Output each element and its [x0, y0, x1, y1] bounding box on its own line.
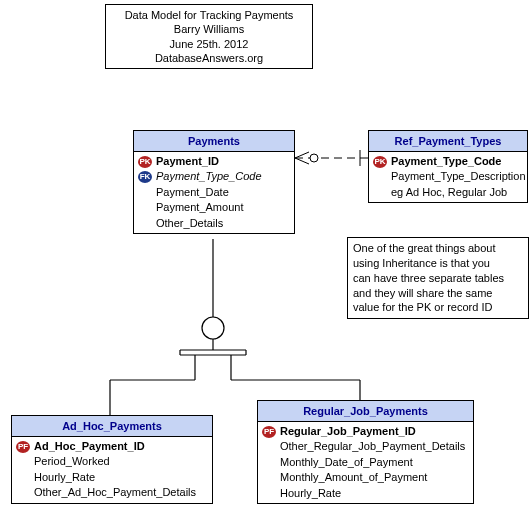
entity-title: Ad_Hoc_Payments	[12, 416, 212, 437]
header-line: Data Model for Tracking Payments	[114, 8, 304, 22]
note-line: using Inheritance is that you	[353, 256, 523, 271]
attr-name: Other_Ad_Hoc_Payment_Details	[34, 485, 196, 500]
entity-ref-payment-types: Ref_Payment_Types PKPayment_Type_Code Pa…	[368, 130, 528, 203]
svg-line-1	[295, 152, 309, 158]
attr-row: Other_Details	[138, 216, 290, 231]
attr-name: Monthly_Amount_of_Payment	[280, 470, 427, 485]
attr-row: Hourly_Rate	[16, 470, 208, 485]
attr-name: Other_Regular_Job_Payment_Details	[280, 439, 465, 454]
attr-row: Payment_Date	[138, 185, 290, 200]
attr-name: eg Ad Hoc, Regular Job	[391, 185, 507, 200]
entity-body: PFRegular_Job_Payment_ID Other_Regular_J…	[258, 422, 473, 503]
svg-point-6	[202, 317, 224, 339]
inheritance-note: One of the great things about using Inhe…	[347, 237, 529, 319]
attr-row: PFAd_Hoc_Payment_ID	[16, 439, 208, 454]
attr-name: Period_Worked	[34, 454, 110, 469]
entity-title: Ref_Payment_Types	[369, 131, 527, 152]
entity-body: PKPayment_ID FKPayment_Type_Code Payment…	[134, 152, 294, 233]
attr-name: Monthly_Date_of_Payment	[280, 455, 413, 470]
attr-row: FKPayment_Type_Code	[138, 169, 290, 184]
note-line: value for the PK or record ID	[353, 300, 523, 315]
entity-regular-job-payments: Regular_Job_Payments PFRegular_Job_Payme…	[257, 400, 474, 504]
entity-payments: Payments PKPayment_ID FKPayment_Type_Cod…	[133, 130, 295, 234]
entity-body: PKPayment_Type_Code Payment_Type_Descrip…	[369, 152, 527, 202]
entity-title: Payments	[134, 131, 294, 152]
attr-name: Other_Details	[156, 216, 223, 231]
attr-name: Ad_Hoc_Payment_ID	[34, 439, 145, 454]
attr-name: Payment_Date	[156, 185, 229, 200]
pf-icon: PF	[262, 426, 276, 438]
attr-name: Payment_Amount	[156, 200, 243, 215]
header-line: Barry Williams	[114, 22, 304, 36]
note-line: and they will share the same	[353, 286, 523, 301]
pk-icon: PK	[138, 156, 152, 168]
attr-name: Payment_ID	[156, 154, 219, 169]
attr-name: Regular_Job_Payment_ID	[280, 424, 416, 439]
entity-title: Regular_Job_Payments	[258, 401, 473, 422]
note-line: can have three separate tables	[353, 271, 523, 286]
svg-point-3	[310, 154, 318, 162]
attr-row: Payment_Type_Description	[373, 169, 523, 184]
attr-row: Other_Ad_Hoc_Payment_Details	[16, 485, 208, 500]
attr-name: Hourly_Rate	[280, 486, 341, 501]
attr-row: PKPayment_Type_Code	[373, 154, 523, 169]
note-line: One of the great things about	[353, 241, 523, 256]
pf-icon: PF	[16, 441, 30, 453]
attr-row: Period_Worked	[16, 454, 208, 469]
attr-row: PFRegular_Job_Payment_ID	[262, 424, 469, 439]
attr-row: Hourly_Rate	[262, 486, 469, 501]
diagram-header: Data Model for Tracking Payments Barry W…	[105, 4, 313, 69]
attr-name: Payment_Type_Description	[391, 169, 526, 184]
attr-row: Other_Regular_Job_Payment_Details	[262, 439, 469, 454]
header-line: June 25th. 2012	[114, 37, 304, 51]
attr-row: Payment_Amount	[138, 200, 290, 215]
attr-name: Payment_Type_Code	[156, 169, 262, 184]
pk-icon: PK	[373, 156, 387, 168]
attr-row: eg Ad Hoc, Regular Job	[373, 185, 523, 200]
header-line: DatabaseAnswers.org	[114, 51, 304, 65]
entity-ad-hoc-payments: Ad_Hoc_Payments PFAd_Hoc_Payment_ID Peri…	[11, 415, 213, 504]
entity-body: PFAd_Hoc_Payment_ID Period_Worked Hourly…	[12, 437, 212, 503]
attr-row: PKPayment_ID	[138, 154, 290, 169]
attr-name: Payment_Type_Code	[391, 154, 501, 169]
fk-icon: FK	[138, 171, 152, 183]
svg-line-2	[295, 158, 309, 164]
attr-name: Hourly_Rate	[34, 470, 95, 485]
attr-row: Monthly_Amount_of_Payment	[262, 470, 469, 485]
attr-row: Monthly_Date_of_Payment	[262, 455, 469, 470]
